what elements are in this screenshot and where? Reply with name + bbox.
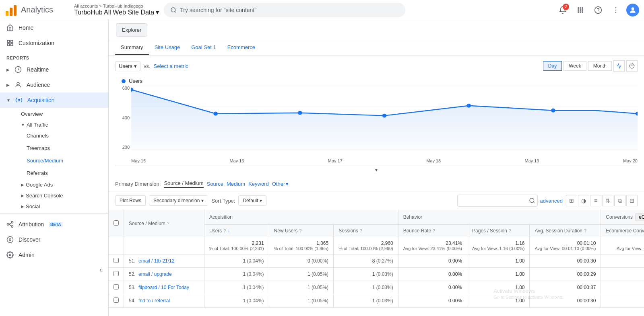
sidebar-item-attribution[interactable]: Attribution BETA <box>0 217 108 232</box>
row-54-users: 1 (0.04%) <box>204 294 269 308</box>
chart-collapse[interactable]: ▾ <box>115 166 638 174</box>
sidebar-item-social[interactable]: ▶ Social <box>21 201 108 212</box>
search-bar[interactable]: Try searching for "site content" <box>164 3 405 17</box>
svg-rect-1 <box>10 8 12 16</box>
sidebar-item-home[interactable]: Home <box>0 20 108 35</box>
row-52-duration: 00:00:29 <box>530 268 601 281</box>
person-icon <box>14 81 22 88</box>
row-51-source-link[interactable]: email / 1tb-21/12 <box>138 258 174 264</box>
explorer-tab-button[interactable]: Explorer <box>116 23 147 37</box>
apps-button[interactable] <box>573 3 588 17</box>
more-button[interactable] <box>609 3 623 17</box>
property-selector[interactable]: TurboHub All Web Site Data ▾ <box>74 8 159 16</box>
sidebar: Home Customization REPORTS ▶ Realtime ▶ … <box>0 20 109 316</box>
secondary-dimension-button[interactable]: Secondary dimension ▾ <box>149 195 208 206</box>
sidebar-item-sourcemedium[interactable]: Source/Medium <box>27 154 108 167</box>
pie-view-button[interactable]: ◑ <box>578 195 589 206</box>
main-layout: Home Customization REPORTS ▶ Realtime ▶ … <box>0 20 644 316</box>
table-search-icon[interactable] <box>529 197 535 204</box>
table-view-button[interactable]: ⊞ <box>566 195 577 206</box>
medium-dim[interactable]: Medium <box>227 181 245 187</box>
tab-ecommerce[interactable]: Ecommerce <box>222 40 261 55</box>
plot-rows-button[interactable]: Plot Rows <box>115 195 146 206</box>
sessions-help-icon[interactable]: ? <box>360 228 362 233</box>
svg-rect-12 <box>11 40 13 42</box>
source-medium-dim[interactable]: Source / Medium <box>164 180 203 188</box>
pages-help-icon[interactable]: ? <box>509 228 511 233</box>
month-button[interactable]: Month <box>588 61 612 71</box>
row-53-checkbox[interactable] <box>114 284 119 289</box>
help-icon <box>594 6 602 14</box>
row-54-pages: 1.00 <box>467 294 530 308</box>
bounce-help-icon[interactable]: ? <box>433 228 435 233</box>
select-metric-link[interactable]: Select a metric <box>154 63 188 69</box>
discover-icon <box>6 236 14 243</box>
metric-selector[interactable]: Users ▾ <box>115 61 140 71</box>
row-52-source-link[interactable]: email / upgrade <box>138 271 172 277</box>
bar-view-button[interactable]: ≡ <box>590 195 601 206</box>
svg-point-17 <box>18 99 20 101</box>
row-54-source-link[interactable]: fnd.to / referral <box>138 298 170 304</box>
realtime-expand-icon: ▶ <box>6 68 10 72</box>
sort-type-button[interactable]: Default ▾ <box>238 195 266 206</box>
line-chart-button[interactable] <box>613 60 625 72</box>
sidebar-item-channels[interactable]: Channels <box>27 129 108 142</box>
sidebar-item-referrals[interactable]: Referrals <box>27 167 108 179</box>
search-placeholder: Try searching for "site content" <box>180 7 256 13</box>
pie-chart-button[interactable] <box>626 60 638 72</box>
sidebar-item-googleads[interactable]: ▶ Google Ads <box>21 179 108 190</box>
help-button[interactable] <box>591 3 605 17</box>
searchconsole-expand-icon: ▶ <box>21 193 24 198</box>
new-users-help-icon[interactable]: ? <box>299 228 301 233</box>
day-button[interactable]: Day <box>543 61 562 71</box>
keyword-dim[interactable]: Keyword <box>248 181 269 187</box>
select-all-checkbox[interactable] <box>114 220 119 226</box>
sidebar-item-alltraffic[interactable]: ▼ All Traffic <box>21 120 108 129</box>
duration-help-icon[interactable]: ? <box>584 228 586 233</box>
collapse-btn[interactable]: ‹ <box>0 263 108 277</box>
attribution-icon <box>6 221 14 228</box>
users-sort-icon[interactable]: ↓ <box>227 228 230 234</box>
row-52-checkbox[interactable] <box>114 271 119 276</box>
sidebar-item-discover[interactable]: Discover <box>0 232 108 247</box>
custom-view-button[interactable]: ⊟ <box>626 195 638 206</box>
home-icon <box>6 24 14 31</box>
svg-point-32 <box>298 111 302 115</box>
notifications-button[interactable]: 2 <box>555 3 570 17</box>
tab-summary[interactable]: Summary <box>115 40 149 55</box>
attribution-label: Attribution <box>19 221 44 228</box>
row-52-checkbox-cell <box>109 268 124 281</box>
tab-site-usage[interactable]: Site Usage <box>149 40 186 55</box>
row-53-source-link[interactable]: flipboard / 10 For Today <box>138 285 189 290</box>
sidebar-item-treemaps[interactable]: Treemaps <box>27 142 108 154</box>
sidebar-item-realtime[interactable]: ▶ Realtime <box>0 62 108 77</box>
row-51-duration: 00:00:30 <box>530 254 601 268</box>
chart-collapse-icon: ▾ <box>375 167 378 173</box>
sidebar-item-admin[interactable]: Admin <box>0 247 108 263</box>
pivot-view-button[interactable]: ⇅ <box>602 195 613 206</box>
other-dim-dropdown[interactable]: Other ▾ <box>272 181 289 187</box>
users-help-icon[interactable]: ? <box>223 228 226 233</box>
svg-point-18 <box>7 224 9 226</box>
table-search-input[interactable] <box>457 195 538 207</box>
sidebar-item-customization[interactable]: Customization <box>0 35 108 51</box>
metric-dropdown-icon: ▾ <box>134 63 137 69</box>
source-dim[interactable]: Source <box>207 181 223 187</box>
chart-controls: Users ▾ vs. Select a metric Day Week Mon… <box>109 55 644 76</box>
header-bounce-rate: Bounce Rate ? <box>398 225 467 237</box>
row-54-checkbox[interactable] <box>114 298 119 303</box>
compare-view-button[interactable]: ⧉ <box>614 195 625 206</box>
sidebar-item-acquisition[interactable]: ▼ Acquisition <box>0 92 108 108</box>
more-icon <box>612 6 620 14</box>
row-51-checkbox[interactable] <box>114 258 119 263</box>
avatar[interactable] <box>626 4 639 16</box>
conversions-select[interactable]: eCommerce <box>635 213 644 221</box>
advanced-link[interactable]: advanced <box>540 198 563 204</box>
sidebar-item-audience[interactable]: ▶ Audience <box>0 77 108 92</box>
sidebar-item-searchconsole[interactable]: ▶ Search Console <box>21 190 108 201</box>
source-medium-help-icon[interactable]: ? <box>167 221 169 226</box>
week-button[interactable]: Week <box>564 61 586 71</box>
tab-goal-set[interactable]: Goal Set 1 <box>186 40 221 55</box>
totals-new-users: 1,865 % of Total: 100.00% (1,865) <box>269 237 334 254</box>
sidebar-item-overview[interactable]: Overview <box>21 108 108 120</box>
